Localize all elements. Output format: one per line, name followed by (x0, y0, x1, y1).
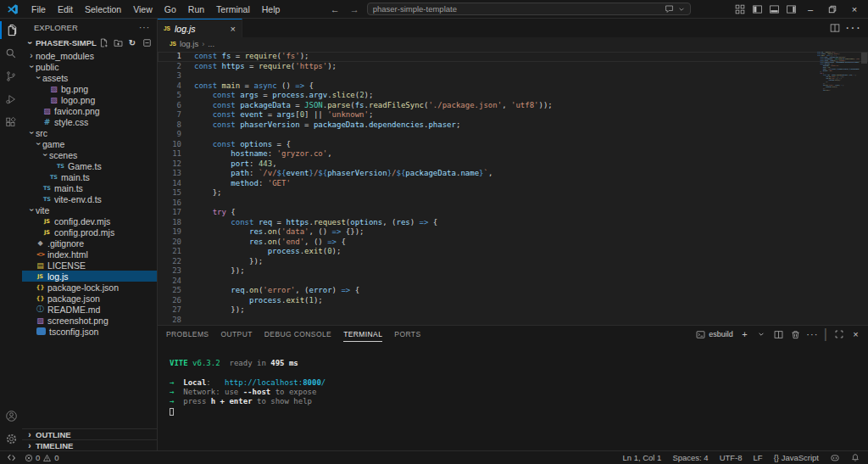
minimap[interactable]: const fs = require('fs');const https = r… (817, 52, 860, 124)
search-activity-button[interactable] (0, 42, 22, 64)
menu-selection[interactable]: Selection (79, 3, 127, 16)
tree-item-license[interactable]: LICENSE (22, 260, 157, 271)
toggle-panel-icon[interactable] (766, 3, 782, 16)
code-editor[interactable]: 1const fs = require('fs');2const https =… (158, 50, 868, 325)
breadcrumb-file[interactable]: log.js (180, 39, 198, 48)
tab-log-js[interactable]: JS log.js × (158, 19, 242, 37)
terminal-output[interactable]: VITE v6.3.2 ready in 495 ms → Local: htt… (158, 343, 868, 450)
split-editor-icon[interactable] (830, 23, 840, 33)
notifications-bell-icon[interactable] (851, 453, 860, 462)
tree-item-scenes[interactable]: ›scenes (22, 149, 157, 160)
scrollbar-thumb[interactable] (861, 53, 867, 64)
tree-item-package-json[interactable]: package.json (22, 293, 157, 304)
tree-item-config-dev-mjs[interactable]: config.dev.mjs (22, 215, 157, 226)
tree-item-main-ts[interactable]: main.ts (22, 171, 157, 182)
kill-terminal-icon[interactable] (790, 329, 801, 340)
maximize-panel-icon[interactable] (833, 329, 844, 340)
customize-layout-icon[interactable] (732, 3, 748, 16)
menu-run[interactable]: Run (182, 3, 210, 16)
close-window-button[interactable]: × (844, 1, 865, 18)
editor-actions: ··· (830, 19, 868, 37)
tree-item-tsconfig-json[interactable]: tsconfig.json (22, 326, 157, 337)
panel-more-icon[interactable]: ··· (807, 329, 818, 340)
tree-item-index-html[interactable]: index.html (22, 249, 157, 260)
tree-item-favicon-png[interactable]: favicon.png (22, 105, 157, 116)
new-folder-icon[interactable] (113, 37, 123, 48)
minimize-button[interactable]: – (800, 1, 821, 18)
restore-button[interactable] (822, 1, 843, 18)
copilot-icon[interactable] (830, 453, 840, 462)
extensions-activity-button[interactable] (0, 110, 22, 133)
menu-edit[interactable]: Edit (52, 3, 79, 16)
tree-item-src[interactable]: ›src (22, 127, 157, 138)
settings-button[interactable] (0, 428, 22, 450)
tree-item-assets[interactable]: ›assets (22, 72, 157, 83)
tree-item-logo-png[interactable]: logo.png (22, 94, 157, 105)
status-cursor-position[interactable]: Ln 1, Col 1 (622, 453, 661, 462)
terminal-instance[interactable]: esbuild (696, 330, 733, 339)
menu-go[interactable]: Go (159, 3, 182, 16)
status-encoding[interactable]: UTF-8 (720, 453, 743, 462)
tree-item-main-ts[interactable]: main.ts (22, 182, 157, 193)
panel-tab-debug-console[interactable]: DEBUG CONSOLE (264, 327, 331, 342)
line-number: 24 (158, 277, 181, 287)
tree-item-node-modules[interactable]: ›node_modules (22, 50, 157, 61)
tree-item-style-css[interactable]: style.css (22, 116, 157, 127)
menu-file[interactable]: File (25, 3, 52, 16)
chevron-down-icon[interactable] (756, 329, 767, 340)
tree-item-screenshot-png[interactable]: screenshot.png (22, 315, 157, 326)
tree-item-config-prod-mjs[interactable]: config.prod.mjs (22, 226, 157, 238)
tree-item-game-ts[interactable]: Game.ts (22, 160, 157, 171)
split-terminal-icon[interactable] (773, 329, 784, 340)
chevron-down-icon: › (27, 129, 36, 137)
run-debug-activity-button[interactable] (0, 87, 22, 110)
refresh-icon[interactable]: ↻ (127, 37, 137, 48)
accounts-button[interactable] (0, 405, 22, 428)
code-line: 25 req.on('error', (error) => { (158, 286, 868, 296)
tree-item-vite[interactable]: ›vite (22, 204, 157, 215)
menu-terminal[interactable]: Terminal (210, 3, 256, 16)
tree-item-public[interactable]: ›public (22, 61, 157, 72)
new-terminal-icon[interactable]: + (739, 329, 750, 340)
close-tab-icon[interactable]: × (231, 24, 236, 34)
chevron-down-icon[interactable] (678, 6, 685, 13)
toggle-sidebar-icon[interactable] (749, 3, 765, 16)
toggle-secondary-sidebar-icon[interactable] (783, 3, 798, 16)
menu-help[interactable]: Help (256, 3, 287, 16)
tree-item-vite-env-d-ts[interactable]: vite-env.d.ts (22, 193, 157, 204)
chat-icon[interactable] (665, 4, 674, 14)
problems-indicator[interactable]: 0 0 (25, 453, 59, 462)
status-indentation[interactable]: Spaces: 4 (672, 453, 708, 462)
tree-item-game[interactable]: ›game (22, 138, 157, 149)
panel-tab-ports[interactable]: PORTS (394, 327, 420, 342)
tree-item-readme-md[interactable]: README.md (22, 304, 157, 315)
workspace-section-header[interactable]: › PHASER-SIMPLE-TEMPL... ↻ (22, 36, 157, 49)
tree-item-bg-png[interactable]: bg.png (22, 83, 157, 94)
source-control-activity-button[interactable] (0, 64, 22, 87)
status-eol[interactable]: LF (754, 453, 763, 462)
command-center[interactable] (367, 3, 691, 15)
panel-tab-terminal[interactable]: TERMINAL (343, 327, 382, 342)
status-language[interactable]: {} JavaScript (774, 453, 819, 462)
back-button[interactable]: ← (328, 4, 342, 14)
panel-tab-output[interactable]: OUTPUT (220, 327, 252, 342)
tree-item-log-js[interactable]: log.js (22, 271, 157, 282)
new-file-icon[interactable] (98, 37, 108, 48)
more-actions-icon[interactable]: ··· (845, 20, 861, 36)
tree-item-gitignore[interactable]: .gitignore (22, 238, 157, 249)
tree-item-label: main.ts (54, 183, 83, 193)
tree-item-package-lock-json[interactable]: package-lock.json (22, 282, 157, 293)
search-input[interactable] (373, 4, 660, 14)
breadcrumb-symbol[interactable]: ... (208, 39, 214, 48)
menu-view[interactable]: View (127, 3, 159, 16)
panel-tab-problems[interactable]: PROBLEMS (166, 327, 209, 342)
collapse-all-icon[interactable] (142, 37, 152, 48)
explorer-activity-button[interactable] (0, 19, 22, 42)
explorer-more-icon[interactable]: ··· (139, 23, 150, 32)
outline-section[interactable]: › OUTLINE (22, 428, 157, 439)
forward-button[interactable]: → (348, 4, 362, 14)
close-panel-icon[interactable]: × (850, 329, 861, 340)
breadcrumb[interactable]: JS log.js › ... (158, 37, 868, 50)
remote-indicator[interactable] (7, 453, 16, 462)
timeline-section[interactable]: › TIMELINE (22, 439, 157, 450)
